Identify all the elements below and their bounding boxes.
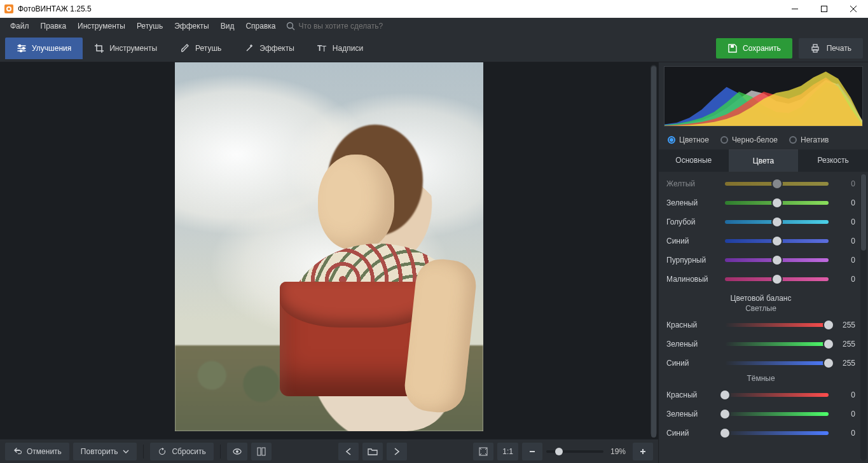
balance-light-red-slider[interactable] — [725, 323, 829, 327]
menu-file[interactable]: Файл — [5, 19, 34, 33]
zoom-in-button[interactable] — [633, 443, 653, 460]
svg-rect-23 — [813, 50, 817, 52]
command-search-input[interactable] — [299, 22, 413, 31]
hue-yellow-slider[interactable] — [725, 182, 829, 186]
save-button[interactable]: Сохранить — [716, 38, 792, 59]
compare-button[interactable] — [251, 443, 272, 460]
hue-yellow-row: Желтый0 — [666, 174, 855, 193]
hue-magenta-slider[interactable] — [725, 277, 829, 281]
balance-dark-blue-slider[interactable] — [725, 431, 829, 435]
mode-color-radio[interactable]: Цветное — [668, 135, 709, 144]
hue-purple-slider[interactable] — [725, 258, 829, 262]
balance-dark-red-slider[interactable] — [725, 393, 829, 397]
tab-retouch[interactable]: Ретушь — [169, 38, 233, 59]
zoom-slider[interactable] — [546, 450, 603, 453]
svg-point-7 — [287, 23, 293, 29]
hue-blue-slider[interactable] — [725, 239, 829, 243]
canvas-zone: Отменить Повторить Сбросить — [0, 62, 658, 463]
app-body: Файл Правка Инструменты Ретушь Эффекты В… — [0, 18, 868, 463]
window-maximize-button[interactable] — [809, 0, 839, 18]
tab-enhance[interactable]: Улучшения — [5, 38, 83, 59]
crop-icon — [94, 43, 104, 53]
reset-button[interactable]: Сбросить — [150, 443, 213, 460]
balance-light-green-label: Зеленый — [666, 340, 720, 349]
balance-dark-red-value: 0 — [834, 390, 855, 399]
hue-green-slider[interactable] — [725, 201, 829, 205]
balance-light-red-label: Красный — [666, 321, 720, 329]
balance-light-blue-value: 255 — [834, 359, 855, 368]
hue-purple-label: Пурпурный — [666, 256, 720, 265]
balance-dark-red-label: Красный — [666, 390, 720, 399]
histogram — [664, 66, 863, 127]
window-title: ФотоВИНТАЖ 1.25.5 — [18, 4, 92, 13]
svg-point-25 — [236, 450, 238, 453]
zoom-out-button[interactable] — [522, 443, 542, 460]
actual-size-button[interactable]: 1:1 — [497, 443, 518, 460]
hue-blue-row: Синий0 — [666, 232, 855, 251]
menu-help[interactable]: Справка — [240, 19, 280, 33]
menu-tools[interactable]: Инструменты — [72, 19, 130, 33]
photo-canvas — [175, 62, 483, 431]
balance-light-title: Светлые — [666, 304, 855, 313]
open-folder-button[interactable] — [362, 443, 383, 460]
undo-label: Отменить — [27, 447, 62, 456]
balance-dark-green-slider[interactable] — [725, 412, 829, 416]
redo-button[interactable]: Повторить — [73, 443, 137, 460]
tab-retouch-label: Ретушь — [195, 44, 221, 53]
balance-light-red-value: 255 — [834, 321, 855, 329]
hue-cyan-value: 0 — [834, 218, 855, 226]
next-image-button[interactable] — [387, 443, 407, 460]
balance-light-green-slider[interactable] — [725, 342, 829, 346]
tab-effects[interactable]: Эффекты — [233, 38, 306, 59]
hue-magenta-value: 0 — [834, 275, 855, 284]
mode-color-label: Цветное — [679, 135, 709, 144]
print-button[interactable]: Печать — [799, 38, 863, 59]
preview-eye-button[interactable] — [227, 443, 247, 460]
menu-edit[interactable]: Правка — [36, 19, 72, 33]
fit-screen-button[interactable] — [473, 443, 493, 460]
panel-vertical-scrollbar[interactable] — [860, 174, 867, 460]
svg-point-14 — [20, 50, 22, 52]
hue-blue-value: 0 — [834, 237, 855, 245]
hue-cyan-row: Голубой0 — [666, 212, 855, 232]
wand-icon — [244, 43, 254, 53]
svg-rect-4 — [822, 6, 827, 12]
svg-rect-27 — [262, 448, 265, 455]
canvas-vertical-scrollbar[interactable] — [651, 65, 657, 436]
bottom-toolbar: Отменить Повторить Сбросить — [0, 439, 658, 463]
undo-icon — [13, 447, 22, 456]
panel-tab-sharpness[interactable]: Резкость — [798, 149, 868, 172]
canvas-holder[interactable] — [0, 62, 658, 439]
hue-cyan-label: Голубой — [666, 218, 720, 226]
reset-label: Сбросить — [172, 447, 205, 456]
panel-tab-colors[interactable]: Цвета — [729, 149, 799, 172]
tab-tools[interactable]: Инструменты — [83, 38, 169, 59]
menu-retouch[interactable]: Ретушь — [132, 19, 168, 33]
window-close-button[interactable] — [839, 0, 868, 18]
command-search — [286, 22, 413, 31]
panel-tab-basic[interactable]: Основные — [659, 149, 729, 172]
window-minimize-button[interactable] — [780, 0, 809, 18]
balance-light-green-row: Зеленый255 — [666, 335, 855, 354]
hue-cyan-slider[interactable] — [725, 220, 829, 224]
actual-size-label: 1:1 — [502, 447, 513, 456]
undo-button[interactable]: Отменить — [5, 443, 69, 460]
main-area: Отменить Повторить Сбросить — [0, 62, 868, 463]
hue-magenta-row: Малиновый0 — [666, 270, 855, 289]
search-icon — [286, 22, 295, 31]
mode-negative-radio[interactable]: Негатив — [789, 135, 829, 144]
tab-effects-label: Эффекты — [259, 44, 294, 53]
menu-view[interactable]: Вид — [216, 19, 240, 33]
tab-text[interactable]: TT Надписи — [306, 38, 375, 59]
hue-purple-value: 0 — [834, 256, 855, 265]
tab-enhance-label: Улучшения — [32, 44, 71, 53]
prev-image-button[interactable] — [338, 443, 359, 460]
tab-text-label: Надписи — [333, 44, 363, 53]
balance-light-blue-slider[interactable] — [725, 361, 829, 365]
hue-yellow-label: Желтый — [666, 179, 720, 188]
balance-light-red-row: Красный255 — [666, 315, 855, 335]
hue-blue-label: Синий — [666, 237, 720, 245]
mode-bw-radio[interactable]: Черно-белое — [720, 135, 778, 144]
menu-effects[interactable]: Эффекты — [169, 19, 214, 33]
balance-light-green-value: 255 — [834, 340, 855, 349]
